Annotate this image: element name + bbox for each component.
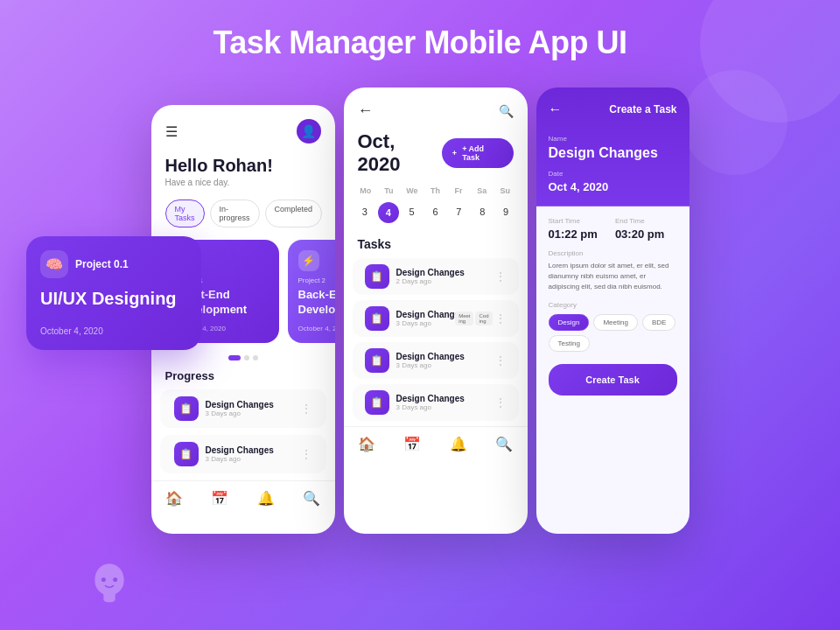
date-value: Oct 4, 2020 (549, 180, 677, 193)
project2-label: Project 2 (298, 276, 335, 284)
back-button[interactable]: ← (358, 102, 374, 120)
day-fr: Fr (447, 186, 471, 195)
month-label: Oct, 2020 (358, 130, 442, 176)
create-task-button[interactable]: Create Task (549, 364, 677, 396)
s2-nav-calendar-icon[interactable]: 📅 (403, 436, 421, 452)
hamburger-icon[interactable]: ☰ (165, 123, 178, 140)
dot-3 (253, 355, 258, 360)
desc-text: Lorem ipsum dolor sit amet, er elit, sed… (549, 261, 677, 292)
progress-title: Progress (151, 369, 335, 389)
dot-1 (228, 355, 241, 360)
cal-date-9[interactable]: 9 (495, 202, 517, 223)
screen3-back-button[interactable]: ← (549, 102, 563, 117)
task1-menu-icon[interactable]: ⋮ (300, 402, 312, 416)
floating-card-date: October 4, 2020 (40, 326, 187, 336)
date-label: Date (549, 170, 677, 178)
avatar-icon[interactable]: 👤 (297, 119, 321, 144)
day-th: Th (424, 186, 447, 195)
screen2-header: ← 🔍 (344, 88, 528, 127)
cal-task4-icon: 📋 (365, 390, 389, 415)
s2-nav-bell-icon[interactable]: 🔔 (450, 436, 467, 452)
mascot-icon (88, 560, 131, 604)
floating-card-project-label: Project 0.1 (75, 258, 129, 270)
categories-list: Design Meeting BDE Testing (549, 314, 677, 352)
date-section: Date Oct 4, 2020 (536, 166, 690, 206)
cal-task-3[interactable]: 📋 Design Changes 3 Days ago ⋮ (353, 342, 519, 379)
carousel-dots (151, 355, 335, 360)
project-card-2[interactable]: ⚡ Project 2 Back-End Development October… (288, 240, 335, 343)
greeting-sub: Have a nice day. (165, 178, 321, 187)
add-icon: + (452, 149, 457, 158)
cat-meeting[interactable]: Meeting (593, 314, 637, 331)
cal-date-5[interactable]: 5 (401, 202, 423, 223)
cal-date-4[interactable]: 4 (378, 202, 399, 223)
task1-name: Design Changes (206, 400, 293, 410)
cal-task3-menu[interactable]: ⋮ (494, 354, 507, 368)
screen3-header-title: Create a Task (609, 103, 676, 116)
floating-project-card: 🧠 Project 0.1 UI/UX Designing October 4,… (26, 236, 201, 350)
task-tabs: My Tasks In-progress Completed (151, 200, 335, 240)
cal-task3-info: Design Changes 3 Days ago (396, 352, 487, 369)
start-time-block: Start Time 01:22 pm (549, 217, 598, 241)
cal-task1-menu[interactable]: ⋮ (494, 270, 507, 284)
tasks-title: Tasks (344, 234, 528, 258)
cat-testing[interactable]: Testing (549, 335, 590, 352)
nav-search-icon[interactable]: 🔍 (303, 490, 320, 507)
calendar-grid: Mo Tu We Th Fr Sa Su 3 4 5 6 7 8 9 (344, 186, 528, 234)
day-mo: Mo (354, 186, 378, 195)
greeting-text: Hello Rohan! (165, 156, 321, 176)
cal-task-2[interactable]: 📋 Design Changes 3 Days ago Meeting Codi… (353, 300, 519, 337)
cal-task-1[interactable]: 📋 Design Changes 2 Days ago ⋮ (353, 258, 519, 295)
cal-date-6[interactable]: 6 (424, 202, 446, 223)
svg-point-1 (113, 578, 117, 582)
task1-info: Design Changes 3 Days ago (206, 400, 293, 417)
task2-menu-icon[interactable]: ⋮ (300, 447, 312, 461)
calendar-dates: 3 4 5 6 7 8 9 (354, 202, 517, 223)
month-row: Oct, 2020 + + Add Task (344, 127, 528, 186)
cal-task1-time: 2 Days ago (396, 277, 487, 285)
cal-date-7[interactable]: 7 (448, 202, 470, 223)
cal-task1-info: Design Changes 2 Days ago (396, 268, 487, 285)
greeting-section: Hello Rohan! Have a nice day. (151, 150, 335, 200)
task2-name: Design Changes (206, 445, 293, 455)
floating-card-title: UI/UX Designing (40, 289, 187, 309)
name-label: Name (549, 135, 677, 143)
cal-task3-icon: 📋 (365, 348, 389, 373)
day-su: Su (494, 186, 517, 195)
screen2-bottom-nav: 🏠 📅 🔔 🔍 (344, 426, 528, 463)
s2-nav-search-icon[interactable]: 🔍 (495, 436, 513, 452)
cal-task4-time: 3 Days ago (396, 403, 487, 411)
nav-calendar-icon[interactable]: 📅 (211, 490, 228, 507)
cal-task2-menu[interactable]: ⋮ (494, 312, 507, 326)
add-task-button[interactable]: + + Add Task (442, 138, 514, 168)
cat-bde[interactable]: BDE (642, 314, 676, 331)
task2-info: Design Changes 3 Days ago (206, 445, 293, 463)
cat-label: Category (549, 301, 677, 309)
s2-nav-home-icon[interactable]: 🏠 (358, 436, 375, 452)
cal-task1-name: Design Changes (396, 268, 487, 277)
cal-date-3[interactable]: 3 (354, 202, 376, 223)
nav-home-icon[interactable]: 🏠 (165, 490, 183, 507)
search-button[interactable]: 🔍 (499, 104, 514, 118)
tab-completed[interactable]: Completed (265, 200, 323, 228)
end-time-block: End Time 03:20 pm (615, 217, 664, 241)
project2-date: October 4, 2020 (298, 325, 335, 332)
name-value: Design Changes (549, 145, 677, 161)
task-item-1[interactable]: 📋 Design Changes 3 Days ago ⋮ (160, 389, 326, 428)
cal-task4-name: Design Changes (396, 394, 487, 403)
cal-task-4[interactable]: 📋 Design Changes 3 Days ago ⋮ (353, 384, 519, 421)
nav-bell-icon[interactable]: 🔔 (257, 490, 275, 507)
cal-date-8[interactable]: 8 (472, 202, 494, 223)
task2-icon: 📋 (174, 442, 199, 466)
svg-point-0 (102, 578, 106, 582)
day-tu: Tu (377, 186, 401, 195)
tab-my-tasks[interactable]: My Tasks (165, 200, 205, 228)
task-item-2[interactable]: 📋 Design Changes 3 Days ago ⋮ (160, 435, 326, 473)
name-section: Name Design Changes (536, 128, 690, 166)
start-time-label: Start Time (549, 217, 598, 225)
cal-task4-menu[interactable]: ⋮ (494, 396, 507, 410)
screen3-topbar: ← Create a Task (536, 88, 690, 128)
cal-task2-tags: Meeting Coding (455, 312, 492, 326)
tab-in-progress[interactable]: In-progress (210, 200, 260, 228)
cat-design[interactable]: Design (549, 314, 590, 331)
